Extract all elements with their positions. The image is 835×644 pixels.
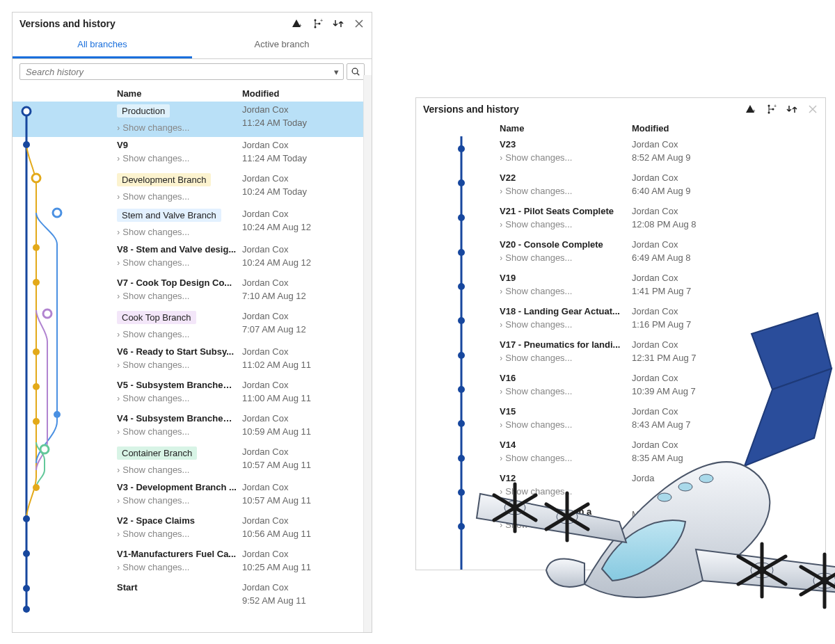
scrollbar-gutter[interactable] — [363, 75, 372, 632]
add-triangle-icon[interactable]: + — [291, 18, 302, 29]
show-changes-link[interactable]: Show changes... — [500, 319, 626, 330]
show-changes-link[interactable]: Show changes... — [117, 529, 237, 539]
version-row[interactable]: V1-Manufacturers Fuel Ca...Show changes.… — [13, 546, 372, 579]
modified-time: 10:24 AM Today — [242, 186, 365, 197]
show-changes-link[interactable]: Show changes... — [500, 520, 626, 530]
version-row[interactable]: V18 - Landing Gear Actuat...Show changes… — [416, 303, 825, 337]
show-changes-link[interactable]: Show changes... — [117, 465, 237, 475]
show-changes-link[interactable]: Show changes... — [500, 353, 626, 363]
add-branch-icon[interactable]: + — [312, 18, 323, 29]
show-changes-link[interactable]: Show changes... — [117, 360, 237, 370]
modified-time: 10:57 AM Aug 11 — [242, 460, 365, 470]
version-name: V11 - cleaned up an a — [500, 506, 626, 517]
tab-active-branch[interactable]: Active branch — [192, 33, 372, 58]
show-changes-link[interactable]: Show changes... — [117, 122, 237, 133]
sync-icon[interactable] — [786, 104, 797, 115]
show-changes-link[interactable]: Show changes... — [500, 453, 626, 463]
version-row[interactable]: V17 - Pneumatics for landi...Show change… — [416, 337, 825, 370]
show-changes-link[interactable]: Show changes... — [500, 486, 626, 497]
version-row[interactable]: V2 - Space ClaimsShow changes...Jordan C… — [13, 513, 372, 546]
show-changes-link[interactable]: Show changes... — [500, 186, 626, 196]
version-row[interactable]: V6 - Ready to Start Subsy...Show changes… — [13, 344, 372, 377]
version-row[interactable]: V16Show changes...Jordan Cox10:39 AM Aug… — [416, 370, 825, 403]
modified-time: 11:24 AM Today — [242, 118, 365, 128]
version-row[interactable]: V5 - Subsystem Branches ...Show changes.… — [13, 377, 372, 410]
show-changes-link[interactable]: Show changes... — [117, 393, 237, 403]
show-changes-link[interactable]: Show changes... — [117, 426, 237, 437]
version-name: V12 — [500, 473, 626, 483]
show-changes-link[interactable]: Show changes... — [117, 495, 237, 506]
version-row[interactable]: V3 - Development Branch ...Show changes.… — [13, 479, 372, 513]
add-branch-icon[interactable]: + — [765, 104, 777, 115]
modified-time: 10:24 AM Aug 12 — [242, 257, 365, 268]
show-changes-link[interactable]: Show changes... — [117, 153, 237, 163]
modified-time: 11:02 AM Aug 11 — [242, 360, 365, 370]
col-name-header: Name — [500, 123, 632, 134]
search-row: ▾ — [13, 59, 372, 84]
modified-user: Jordan Cox — [242, 515, 365, 526]
version-row[interactable]: V23Show changes...Jordan Cox8:52 AM Aug … — [416, 136, 825, 170]
version-row[interactable]: V21 - Pilot Seats CompleteShow changes..… — [416, 203, 825, 236]
version-row[interactable]: Cook Top BranchShow changes...Jordan Cox… — [13, 308, 372, 344]
show-changes-link[interactable]: Show changes... — [117, 227, 237, 237]
version-row[interactable]: V8 - Stem and Valve desig...Show changes… — [13, 241, 372, 275]
tab-all-branches[interactable]: All branches — [13, 33, 192, 58]
add-triangle-icon[interactable]: + — [745, 104, 756, 115]
version-row[interactable]: Stem and Valve BranchShow changes...Jord… — [13, 206, 372, 241]
version-row[interactable]: V20 - Console CompleteShow changes...Jor… — [416, 236, 825, 270]
show-changes-link[interactable]: Show changes... — [117, 329, 237, 339]
panel-title: Versions and history — [19, 18, 116, 29]
version-row[interactable]: V4 - Subsystem Branches ...Show changes.… — [13, 410, 372, 444]
show-changes-link[interactable]: Show changes... — [500, 219, 626, 230]
modified-time: 10:56 AM Aug 11 — [242, 529, 365, 539]
version-row[interactable]: V15Show changes...Jordan Cox8:43 AM Aug … — [416, 403, 825, 437]
modified-user: Jordan Cox — [632, 306, 818, 316]
version-row[interactable]: V22Show changes...Jordan Cox6:40 AM Aug … — [416, 170, 825, 203]
svg-line-58 — [801, 567, 835, 595]
modified-user: Jordan Cox — [632, 239, 818, 250]
modified-time: 10:59 AM Aug 11 — [242, 426, 365, 437]
version-row[interactable]: Development BranchShow changes...Jordan … — [13, 170, 372, 206]
version-name: V8 - Stem and Valve desig... — [117, 244, 237, 255]
modified-user: Jordan Cox — [242, 277, 365, 288]
show-changes-link[interactable]: Show changes... — [117, 191, 237, 202]
show-changes-link[interactable]: Show changes... — [117, 562, 237, 572]
svg-text:+: + — [752, 108, 756, 114]
modified-time: 1:41 PM Aug 7 — [632, 286, 818, 296]
search-box[interactable]: ▾ — [19, 63, 344, 80]
version-row[interactable]: V11 - cleaned up an aShow changes...M Au… — [416, 504, 825, 537]
version-row[interactable]: Container BranchShow changes...Jordan Co… — [13, 444, 372, 479]
show-changes-link[interactable]: Show changes... — [500, 252, 626, 263]
search-dropdown-icon[interactable]: ▾ — [330, 67, 343, 77]
search-input[interactable] — [20, 67, 330, 77]
modified-time: 7:07 AM Aug 12 — [242, 324, 365, 335]
version-name: Production — [117, 104, 170, 118]
version-name: V7 - Cook Top Design Co... — [117, 277, 237, 288]
version-row[interactable]: V12Show changes...Jorda — [416, 470, 825, 504]
versions-panel-left: Versions and history + + All branches Ac… — [12, 12, 372, 633]
show-changes-link[interactable]: Show changes... — [117, 291, 237, 301]
version-row[interactable]: StartJordan Cox9:52 AM Aug 11 — [13, 579, 372, 613]
close-icon[interactable] — [353, 18, 365, 29]
search-button[interactable] — [347, 63, 365, 80]
sync-icon[interactable] — [333, 18, 344, 29]
version-name: V19 — [500, 273, 626, 283]
panel-toolbar: + + — [291, 18, 365, 29]
version-row[interactable]: V9Show changes...Jordan Cox11:24 AM Toda… — [13, 137, 372, 170]
show-changes-link[interactable]: Show changes... — [500, 419, 626, 430]
modified-time: 8:35 AM Aug — [632, 453, 818, 463]
svg-point-62 — [820, 577, 829, 585]
version-row[interactable]: ProductionShow changes...Jordan Cox11:24… — [13, 102, 372, 137]
version-row[interactable]: V14Show changes...Jordan Cox8:35 AM Aug — [416, 437, 825, 470]
version-name: V20 - Console Complete — [500, 239, 626, 250]
modified-time: 8:52 AM Aug 9 — [632, 152, 818, 163]
show-changes-link[interactable]: Show changes... — [500, 286, 626, 296]
modified-user: Jordan Cox — [242, 244, 365, 255]
show-changes-link[interactable]: Show changes... — [500, 386, 626, 396]
show-changes-link[interactable]: Show changes... — [117, 257, 237, 268]
version-name: V5 - Subsystem Branches ... — [117, 380, 237, 390]
show-changes-link[interactable]: Show changes... — [500, 152, 626, 163]
version-row[interactable]: V19Show changes...Jordan Cox1:41 PM Aug … — [416, 270, 825, 303]
version-row[interactable]: V7 - Cook Top Design Co...Show changes..… — [13, 275, 372, 308]
close-icon[interactable] — [807, 104, 818, 115]
